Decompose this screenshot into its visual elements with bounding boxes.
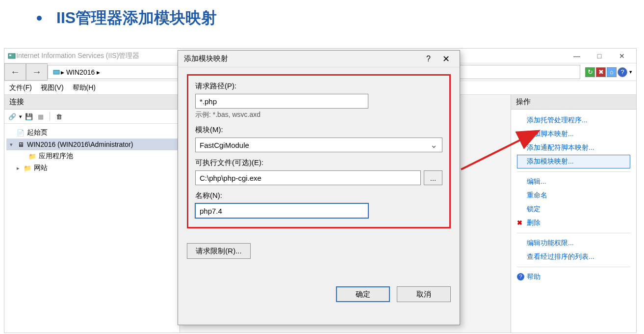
expand-icon[interactable]: ▸ xyxy=(15,165,21,171)
connections-header: 连接 xyxy=(4,95,180,110)
tree-label: 网站 xyxy=(34,164,48,172)
iis-app-icon xyxy=(7,52,16,60)
breadcrumb-text: ▸ WIN2016 ▸ xyxy=(61,68,100,76)
browse-button[interactable]: ... xyxy=(424,170,442,185)
minimize-button[interactable]: — xyxy=(566,49,588,63)
nav-back-button[interactable]: ← xyxy=(4,63,26,81)
connection-tree: 📄 起始页 ▾ 🖥 WIN2016 (WIN2016\Administrator… xyxy=(4,124,180,177)
tree-label: 应用程序池 xyxy=(39,152,73,161)
name-label: 名称(N): xyxy=(195,191,442,200)
help-icon: ? xyxy=(517,273,524,280)
form-highlight-box: 请求路径(P): 示例: *.bas, wsvc.axd 模块(M): 可执行文… xyxy=(187,74,451,228)
action-lock[interactable]: 锁定 xyxy=(517,202,630,216)
connections-pane: 连接 🔗 ▾ 💾 ▦ 🗑 📄 起始页 ▾ 🖥 WIN2016 (WIN20 xyxy=(4,95,180,333)
save-icon[interactable]: 💾 xyxy=(24,111,34,121)
dropdown-icon[interactable]: ▾ xyxy=(19,113,22,120)
menu-help[interactable]: 帮助(H) xyxy=(73,84,96,92)
dialog-title: 添加模块映射 xyxy=(184,54,228,63)
request-limit-button[interactable]: 请求限制(R)... xyxy=(187,243,251,259)
actions-pane: 操作 添加托管处理程序... 添加脚本映射... 添加通配符脚本映射... 添加… xyxy=(511,95,636,333)
action-rename[interactable]: 重命名 xyxy=(517,189,630,202)
connections-toolbar: 🔗 ▾ 💾 ▦ 🗑 xyxy=(4,110,180,124)
action-add-script-map[interactable]: 添加脚本映射... xyxy=(517,127,630,141)
nav-forward-button[interactable]: → xyxy=(26,63,48,81)
bullet-icon xyxy=(37,16,42,21)
action-view-sorted-list[interactable]: 查看经过排序的列表... xyxy=(517,250,630,264)
actions-header: 操作 xyxy=(511,95,636,110)
dialog-close-button[interactable]: ✕ xyxy=(438,54,454,64)
dialog-titlebar[interactable]: 添加模块映射 ? ✕ xyxy=(178,51,460,67)
module-label: 模块(M): xyxy=(195,125,442,135)
name-input[interactable] xyxy=(195,203,368,218)
tree-start-page[interactable]: 📄 起始页 xyxy=(6,127,178,139)
connect-icon[interactable]: 🔗 xyxy=(7,111,17,121)
action-edit[interactable]: 编辑... xyxy=(517,175,630,189)
cancel-button[interactable]: 取消 xyxy=(397,286,451,302)
request-path-hint: 示例: *.bas, wsvc.axd xyxy=(195,111,442,119)
action-help[interactable]: ?帮助 xyxy=(517,270,630,284)
svg-rect-2 xyxy=(53,70,59,74)
server-icon xyxy=(52,68,61,77)
dropdown-icon[interactable]: ▾ xyxy=(628,69,633,75)
executable-label: 可执行文件(可选)(E): xyxy=(195,158,442,167)
sites-icon: 📁 xyxy=(23,164,32,172)
menu-file[interactable]: 文件(F) xyxy=(9,84,32,92)
executable-input[interactable] xyxy=(195,170,421,185)
module-select[interactable] xyxy=(195,138,442,152)
add-module-mapping-dialog: 添加模块映射 ? ✕ 请求路径(P): 示例: *.bas, wsvc.axd … xyxy=(178,50,460,325)
expand-icon[interactable]: ▾ xyxy=(8,141,14,148)
nav-right-icons: ↻ ✖ ⌂ ? ▾ xyxy=(582,63,636,81)
slide-title-text: IIS管理器添加模块映射 xyxy=(56,7,217,29)
ok-button[interactable]: 确定 xyxy=(336,286,390,302)
help-icon[interactable]: ? xyxy=(618,67,627,77)
close-button[interactable]: ✕ xyxy=(611,49,633,63)
tree-sites[interactable]: ▸ 📁 网站 xyxy=(6,162,178,174)
action-add-wildcard-map[interactable]: 添加通配符脚本映射... xyxy=(517,141,630,155)
app-pool-icon: 📁 xyxy=(28,152,37,161)
server-icon: 🖥 xyxy=(16,140,25,149)
tree-app-pools[interactable]: 📁 应用程序池 xyxy=(6,150,178,162)
tree-label: 起始页 xyxy=(27,128,48,137)
action-edit-permissions[interactable]: 编辑功能权限... xyxy=(517,236,630,250)
tree-label: WIN2016 (WIN2016\Administrator) xyxy=(27,140,133,148)
maximize-button[interactable]: □ xyxy=(588,49,611,63)
start-page-icon: 📄 xyxy=(16,128,25,137)
stop-icon[interactable]: ✖ xyxy=(596,67,606,77)
request-path-input[interactable] xyxy=(195,94,368,109)
action-add-managed-handler[interactable]: 添加托管处理程序... xyxy=(517,113,630,127)
menu-view[interactable]: 视图(V) xyxy=(41,84,64,92)
slide-heading: IIS管理器添加模块映射 xyxy=(37,7,217,29)
tree-server-node[interactable]: ▾ 🖥 WIN2016 (WIN2016\Administrator) xyxy=(6,139,178,150)
delete-x-icon: ✖ xyxy=(517,219,522,226)
action-add-module-map[interactable]: 添加模块映射... xyxy=(517,155,630,168)
dialog-help-button[interactable]: ? xyxy=(418,55,438,63)
svg-rect-1 xyxy=(9,55,11,56)
refresh-icon[interactable]: ↻ xyxy=(585,67,595,77)
delete-icon[interactable]: 🗑 xyxy=(54,111,64,121)
request-path-label: 请求路径(P): xyxy=(195,82,442,91)
home-icon[interactable]: ⌂ xyxy=(607,67,617,77)
grid-icon[interactable]: ▦ xyxy=(36,111,46,121)
action-delete[interactable]: ✖删除 xyxy=(517,216,630,230)
